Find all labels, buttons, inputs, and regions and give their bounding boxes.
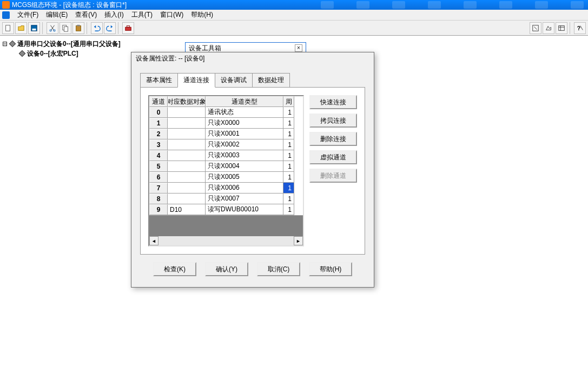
menu-edit[interactable]: 编辑(E) (43, 9, 71, 21)
dialog-title: 设备属性设置: -- [设备0] (131, 52, 374, 64)
cell-obj[interactable]: D10 (168, 204, 206, 215)
cell-type[interactable]: 只读X0000 (206, 118, 283, 129)
save-icon[interactable] (28, 22, 40, 34)
cell-per[interactable]: 1 (283, 161, 294, 172)
tool-a-icon[interactable] (530, 22, 541, 34)
menu-help[interactable]: 帮助(H) (188, 9, 216, 21)
cell-per[interactable]: 1 (283, 172, 294, 183)
cell-obj[interactable] (168, 161, 206, 172)
cell-type[interactable]: 只读X0005 (206, 172, 283, 183)
ok-button[interactable]: 确认(Y) (205, 262, 248, 276)
cell-obj[interactable] (168, 150, 206, 161)
new-icon[interactable] (2, 22, 14, 34)
cell-per[interactable]: 1 (283, 183, 294, 194)
cell-type[interactable]: 只读X0002 (206, 139, 283, 150)
col-channel[interactable]: 通道 (149, 96, 168, 107)
table-row[interactable]: 5只读X00041 (149, 161, 303, 172)
cell-obj[interactable] (168, 172, 206, 183)
cell-obj[interactable] (168, 183, 206, 194)
cell-per[interactable]: 1 (283, 204, 294, 215)
menu-insert[interactable]: 插入(I) (101, 9, 127, 21)
table-row[interactable]: 4只读X00031 (149, 150, 303, 161)
cell-type[interactable]: 只读X0001 (206, 129, 283, 139)
tab-debug[interactable]: 设备调试 (215, 73, 253, 88)
cell-per[interactable]: 1 (283, 139, 294, 150)
delete-channel-button[interactable]: 删除通道 (309, 169, 357, 183)
scroll-left-icon[interactable]: ◄ (149, 236, 158, 245)
grid-hscroll[interactable]: ◄ ► (149, 236, 303, 245)
tab-data[interactable]: 数据处理 (252, 73, 290, 88)
table-row[interactable]: 0通讯状态1 (149, 107, 303, 118)
tree-child-row[interactable]: 设备0--[永宏PLC] (18, 49, 121, 58)
toolbox-icon[interactable] (122, 22, 134, 34)
tool-c-icon[interactable] (556, 22, 567, 34)
cell-ch[interactable]: 7 (149, 183, 168, 194)
table-row[interactable]: 7只读X00061 (149, 183, 303, 194)
cell-per[interactable]: 1 (283, 194, 294, 204)
cell-ch[interactable]: 2 (149, 129, 168, 139)
table-row[interactable]: 8只读X00071 (149, 194, 303, 204)
cell-per[interactable]: 1 (283, 150, 294, 161)
help-icon[interactable]: ? (574, 22, 586, 34)
cell-ch[interactable]: 6 (149, 172, 168, 183)
cell-per[interactable]: 1 (283, 118, 294, 129)
cell-per[interactable]: 1 (283, 129, 294, 139)
table-row[interactable]: 6只读X00051 (149, 172, 303, 183)
cut-icon[interactable] (47, 22, 58, 34)
cell-type[interactable]: 读写DWUB00010 (206, 204, 283, 215)
cell-obj[interactable] (168, 118, 206, 129)
copy-icon[interactable] (60, 22, 71, 34)
cell-type[interactable]: 只读X0007 (206, 194, 283, 204)
dialog-footer: 检查(K) 确认(Y) 取消(C) 帮助(H) (140, 255, 365, 276)
cell-ch[interactable]: 4 (149, 150, 168, 161)
check-button[interactable]: 检查(K) (153, 262, 196, 276)
table-row[interactable]: 9D10读写DWUB000101 (149, 204, 303, 215)
cell-ch[interactable]: 5 (149, 161, 168, 172)
tab-channel[interactable]: 通道连接 (177, 73, 215, 88)
toolbox-close-icon[interactable]: × (295, 44, 302, 52)
cell-ch[interactable]: 1 (149, 118, 168, 129)
cell-obj[interactable] (168, 107, 206, 118)
table-row[interactable]: 1只读X00001 (149, 118, 303, 129)
menu-file[interactable]: 文件(F) (14, 9, 42, 21)
taskbar-overlay (321, 0, 588, 10)
delete-connect-button[interactable]: 删除连接 (309, 132, 357, 146)
cell-obj[interactable] (168, 129, 206, 139)
table-row[interactable]: 2只读X00011 (149, 129, 303, 139)
cell-obj[interactable] (168, 139, 206, 150)
cell-ch[interactable]: 8 (149, 194, 168, 204)
col-object[interactable]: 对应数据对象 (168, 96, 206, 107)
menu-tools[interactable]: 工具(T) (128, 9, 156, 21)
col-type[interactable]: 通道类型 (206, 96, 283, 107)
cell-obj[interactable] (168, 194, 206, 204)
virtual-channel-button[interactable]: 虚拟通道 (309, 150, 357, 164)
svg-rect-0 (6, 25, 10, 31)
scroll-track[interactable] (158, 236, 294, 245)
scroll-right-icon[interactable]: ► (294, 236, 303, 245)
copy-connect-button[interactable]: 拷贝连接 (309, 114, 357, 128)
cell-type[interactable]: 只读X0006 (206, 183, 283, 194)
cancel-button[interactable]: 取消(C) (257, 262, 300, 276)
tree-root-row[interactable]: ⊟ 通用串口父设备0--[通用串口父设备] (2, 39, 121, 49)
device-parent-icon (7, 38, 18, 49)
paste-icon[interactable] (72, 22, 84, 34)
cell-per[interactable]: 1 (283, 107, 294, 118)
cell-ch[interactable]: 3 (149, 139, 168, 150)
menu-window[interactable]: 窗口(W) (157, 9, 187, 21)
open-icon[interactable] (15, 22, 27, 34)
cell-type[interactable]: 只读X0003 (206, 150, 283, 161)
tool-b-icon[interactable] (543, 22, 554, 34)
undo-icon[interactable] (91, 22, 103, 34)
cell-type[interactable]: 只读X0004 (206, 161, 283, 172)
cell-ch[interactable]: 9 (149, 204, 168, 215)
col-period[interactable]: 周 (283, 96, 294, 107)
cell-ch[interactable]: 0 (149, 107, 168, 118)
menu-view[interactable]: 查看(V) (72, 9, 100, 21)
quick-connect-button[interactable]: 快速连接 (309, 95, 357, 109)
tab-basic[interactable]: 基本属性 (140, 73, 178, 88)
table-row[interactable]: 3只读X00021 (149, 139, 303, 150)
help-button[interactable]: 帮助(H) (309, 262, 352, 276)
system-menu-icon[interactable] (2, 11, 10, 19)
redo-icon[interactable] (104, 22, 116, 34)
cell-type[interactable]: 通讯状态 (206, 107, 283, 118)
